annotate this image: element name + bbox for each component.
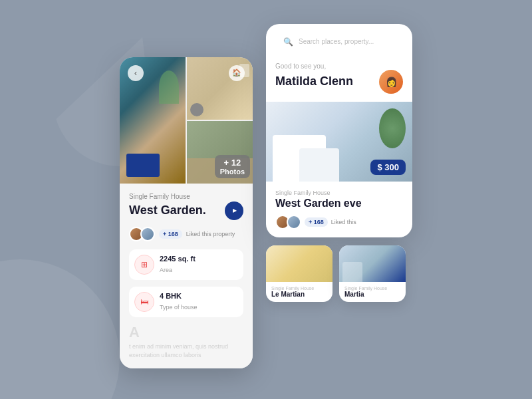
- user-search-card: 🔍 Search places, property... Good to see…: [266, 24, 412, 237]
- secondary-image-top: [187, 57, 253, 120]
- right-panel: 🔍 Search places, property... Good to see…: [266, 24, 412, 302]
- navigate-button[interactable]: [225, 201, 243, 220]
- small-card-1-body: Single Family House Le Martian: [266, 282, 332, 302]
- photos-badge: + 12 Photos: [215, 155, 250, 178]
- small-card-1-image: [266, 245, 332, 282]
- tree-decoration: [379, 108, 406, 148]
- greeting-text: Good to see you,: [275, 63, 403, 70]
- featured-title: West Garden eve: [275, 198, 403, 209]
- property-type-label: Single Family House: [129, 193, 243, 200]
- user-name: Matilda Clenn: [275, 74, 353, 88]
- left-card-body: Single Family House West Garden. + 168 L…: [120, 184, 253, 369]
- featured-property-body: Single Family House West Garden eve + 16…: [266, 182, 412, 237]
- description-initial: A: [129, 324, 243, 341]
- avatar-group: [129, 227, 155, 241]
- small-card-2-title: Martia: [344, 291, 400, 298]
- area-detail-text: 2245 sq. ft Area: [160, 255, 196, 275]
- liked-row: + 168 Liked this property: [129, 227, 243, 241]
- featured-type: Single Family House: [275, 190, 403, 196]
- property-images: + 12 Photos ‹ 🏠: [120, 57, 253, 184]
- user-avatar: 👩: [379, 70, 403, 94]
- area-detail-row: ⊞ 2245 sq. ft Area: [129, 249, 243, 280]
- search-placeholder: Search places, property...: [299, 38, 374, 45]
- featured-property-image: $ 300: [266, 102, 412, 182]
- property-title-row: West Garden.: [129, 201, 243, 220]
- area-icon: ⊞: [134, 255, 154, 275]
- liked-text: Liked this property: [186, 231, 235, 237]
- price-badge: $ 300: [370, 160, 406, 175]
- left-property-card: + 12 Photos ‹ 🏠 Single Family House West…: [120, 57, 253, 369]
- liked-count-badge: + 168: [159, 229, 182, 239]
- small-card-1[interactable]: Single Family House Le Martian: [266, 245, 332, 302]
- property-title: West Garden.: [129, 203, 206, 217]
- small-card-1-title: Le Martian: [271, 291, 327, 298]
- small-card-2-image: [339, 245, 406, 282]
- search-icon: 🔍: [283, 37, 293, 47]
- search-section: 🔍 Search places, property...: [266, 24, 412, 57]
- featured-avatar-group: [275, 215, 301, 229]
- bottom-cards-row: Single Family House Le Martian Single Fa…: [266, 245, 412, 302]
- back-button[interactable]: ‹: [128, 65, 144, 81]
- home-button[interactable]: 🏠: [229, 65, 245, 81]
- featured-avatar-2: [287, 215, 301, 229]
- bhk-detail-row: 🛏 4 BHK Type of house: [129, 287, 243, 317]
- search-bar[interactable]: 🔍 Search places, property...: [275, 32, 403, 52]
- avatar-2: [140, 227, 155, 241]
- featured-liked-row: + 168 Liked this: [275, 215, 403, 229]
- bed-icon: 🛏: [134, 292, 154, 312]
- user-greeting-section: Good to see you, Matilda Clenn 👩: [266, 57, 412, 102]
- bhk-detail-text: 4 BHK Type of house: [160, 292, 198, 312]
- small-card-2[interactable]: Single Family House Martia: [339, 245, 406, 302]
- description-body: t enim ad minim veniam, quis nostrud exe…: [129, 342, 243, 359]
- user-name-row: Matilda Clenn 👩: [275, 70, 403, 94]
- small-card-1-type: Single Family House: [271, 286, 327, 291]
- small-card-2-type: Single Family House: [344, 286, 400, 291]
- featured-liked-text: Liked this: [331, 219, 356, 225]
- featured-liked-badge: + 168: [305, 217, 328, 227]
- small-card-2-body: Single Family House Martia: [339, 282, 406, 302]
